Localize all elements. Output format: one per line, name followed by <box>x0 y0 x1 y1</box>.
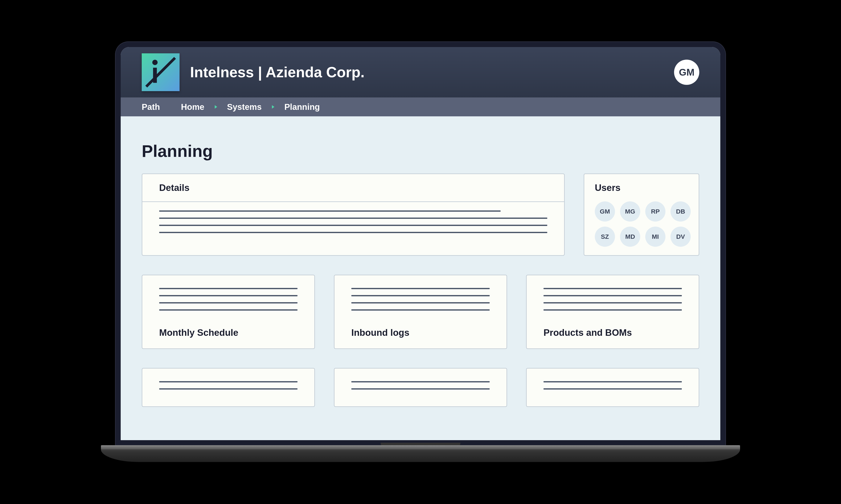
feature-card[interactable] <box>142 368 315 407</box>
feature-card-title: Inbound logs <box>351 327 490 338</box>
svg-line-2 <box>146 58 175 87</box>
placeholder-line <box>159 295 297 296</box>
feature-card[interactable] <box>334 368 507 407</box>
user-chip[interactable]: MI <box>645 227 666 247</box>
svg-point-0 <box>152 60 157 65</box>
breadcrumb-item-systems[interactable]: Systems <box>227 102 262 112</box>
placeholder-line <box>159 388 297 390</box>
laptop-base <box>101 445 740 462</box>
laptop-mockup-frame: Intelness | Azienda Corp. GM Path Home S… <box>101 42 740 462</box>
feature-card[interactable] <box>526 368 699 407</box>
feature-card-monthly-schedule[interactable]: Monthly Schedule <box>142 275 315 349</box>
placeholder-line <box>351 388 490 390</box>
placeholder-line <box>351 295 490 296</box>
breadcrumb-label: Path <box>142 102 160 112</box>
details-card-header: Details <box>142 174 564 202</box>
user-chip[interactable]: DB <box>670 201 691 221</box>
placeholder-line <box>159 211 501 212</box>
chevron-right-icon <box>213 104 219 110</box>
user-avatar[interactable]: GM <box>674 60 699 85</box>
placeholder-line <box>351 288 490 289</box>
breadcrumb: Path Home Systems Planning <box>121 97 720 116</box>
feature-card-title: Products and BOMs <box>544 327 682 338</box>
placeholder-line <box>351 309 490 311</box>
header-left: Intelness | Azienda Corp. <box>142 53 364 91</box>
placeholder-line <box>544 388 682 390</box>
placeholder-line <box>159 232 547 233</box>
feature-cards-grid: Monthly Schedule Inbound logs <box>142 275 699 407</box>
users-card-title: Users <box>595 182 688 193</box>
placeholder-line <box>159 225 547 226</box>
feature-card-inbound-logs[interactable]: Inbound logs <box>334 275 507 349</box>
breadcrumb-item-planning[interactable]: Planning <box>284 102 320 112</box>
placeholder-line <box>544 381 682 382</box>
app-header: Intelness | Azienda Corp. GM <box>121 47 720 97</box>
details-card-title: Details <box>159 182 547 193</box>
placeholder-line <box>159 309 297 311</box>
placeholder-lines <box>351 288 490 311</box>
placeholder-line <box>351 302 490 303</box>
details-card[interactable]: Details <box>142 174 565 256</box>
placeholder-lines <box>544 288 682 311</box>
user-chip[interactable]: MG <box>620 201 640 221</box>
placeholder-line <box>159 302 297 303</box>
placeholder-lines <box>544 381 682 390</box>
details-card-body <box>142 202 564 247</box>
user-chip[interactable]: RP <box>645 201 666 221</box>
placeholder-line <box>351 381 490 382</box>
chevron-right-icon <box>270 104 276 110</box>
placeholder-lines <box>159 381 297 390</box>
users-grid: GM MG RP DB SZ MD MI DV <box>595 201 688 247</box>
placeholder-line <box>544 295 682 296</box>
placeholder-line <box>544 309 682 311</box>
breadcrumb-item-home[interactable]: Home <box>181 102 204 112</box>
placeholder-line <box>159 381 297 382</box>
placeholder-line <box>544 302 682 303</box>
app-logo-icon[interactable] <box>142 53 179 91</box>
user-chip[interactable]: MD <box>620 227 640 247</box>
app-title: Intelness | Azienda Corp. <box>190 64 364 80</box>
placeholder-line <box>544 288 682 289</box>
user-chip[interactable]: SZ <box>595 227 615 247</box>
feature-card-products-boms[interactable]: Products and BOMs <box>526 275 699 349</box>
main-content: Planning Details U <box>121 116 720 440</box>
user-chip[interactable]: DV <box>670 227 691 247</box>
app-window: Intelness | Azienda Corp. GM Path Home S… <box>121 47 720 440</box>
placeholder-line <box>159 218 547 219</box>
laptop-screen-bezel: Intelness | Azienda Corp. GM Path Home S… <box>116 42 725 445</box>
placeholder-lines <box>351 381 490 390</box>
page-title: Planning <box>142 142 699 161</box>
placeholder-lines <box>159 288 297 311</box>
top-row: Details Users GM MG <box>142 174 699 256</box>
placeholder-line <box>159 288 297 289</box>
users-card: Users GM MG RP DB SZ MD MI DV <box>584 174 699 256</box>
user-chip[interactable]: GM <box>595 201 615 221</box>
feature-card-title: Monthly Schedule <box>159 327 297 338</box>
